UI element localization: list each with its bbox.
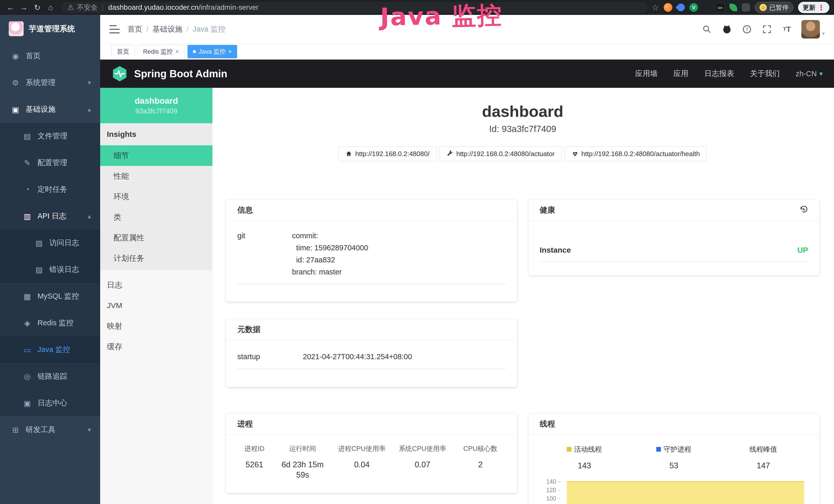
sidebar-item-label: 文件管理 <box>38 131 67 141</box>
sidebar-item-system-management[interactable]: ⚙ 系统管理 ▾ <box>0 69 100 96</box>
sba-item-environment[interactable]: 环境 <box>100 186 213 207</box>
sidebar-item-file-management[interactable]: ▤ 文件管理 <box>0 123 100 150</box>
sidebar-item-home[interactable]: ◉ 首页 <box>0 43 100 69</box>
threads-card: 线程 活动线程 守护进程 线程峰值 143 53 <box>528 413 819 504</box>
health-url-link[interactable]: http://192.168.0.2:48080/actuator/health <box>565 146 707 161</box>
extensions-puzzle-icon[interactable] <box>742 3 750 12</box>
legend-value: 53 <box>629 460 719 472</box>
close-icon[interactable]: × <box>228 48 232 55</box>
sidebar-item-redis-monitor[interactable]: ◈ Redis 监控 <box>0 310 100 336</box>
sba-item-logs[interactable]: 日志 <box>100 275 213 295</box>
security-label[interactable]: 不安全 <box>77 3 97 12</box>
breadcrumb-infrastructure[interactable]: 基础设施 <box>153 24 182 35</box>
sba-item-metrics[interactable]: 性能 <box>100 166 213 186</box>
page-title: dashboard <box>226 102 819 121</box>
actuator-url-link[interactable]: http://192.168.0.2:48080/actuator <box>439 146 562 161</box>
user-menu[interactable]: ▾ <box>802 20 825 39</box>
app-title: 芋道管理系统 <box>29 24 75 34</box>
chevron-up-icon: ▴ <box>88 212 91 220</box>
legend-item: 活动线程 <box>540 445 629 453</box>
bookmark-star-icon[interactable]: ☆ <box>652 3 659 12</box>
sba-nav-wallboard[interactable]: 应用墙 <box>635 69 658 79</box>
process-column-header: 进程ID <box>234 445 275 452</box>
tab-home[interactable]: 首页 <box>111 45 135 58</box>
app-header: 首页 / 基础设施 / Java 监控 ? <box>100 15 834 44</box>
extension-grid-icon[interactable] <box>703 3 711 12</box>
service-url-link[interactable]: http://192.168.0.2:48080/ <box>338 146 436 161</box>
sba-brand-title[interactable]: Spring Boot Admin <box>134 68 227 79</box>
sidebar-collapse-icon[interactable] <box>109 25 120 33</box>
service-url: http://192.168.0.2:48080/ <box>355 150 430 158</box>
sidebar-item-mysql-monitor[interactable]: ▦ MySQL 监控 <box>0 283 100 310</box>
sba-nav-applications[interactable]: 应用 <box>674 69 688 79</box>
sidebar-item-trace[interactable]: ◎ 链路追踪 <box>0 363 100 390</box>
back-icon[interactable]: ← <box>5 2 17 13</box>
table-row: Instance UP <box>540 246 808 261</box>
java-monitor-icon: ▭ <box>23 345 32 354</box>
extension-fox-icon[interactable] <box>664 3 673 12</box>
instance-header[interactable]: dashboard 93a3fc7f7409 <box>100 88 213 123</box>
extension-on-icon[interactable]: on <box>716 3 725 12</box>
chevron-down-icon: ▾ <box>88 426 91 433</box>
sidebar-item-java-monitor[interactable]: ▭ Java 监控 <box>0 336 100 363</box>
address-bar[interactable]: ⚠ 不安全 dashboard.yudao.iocoder.cn/infra/a… <box>61 2 647 13</box>
avatar[interactable] <box>802 20 820 39</box>
sidebar-item-config-management[interactable]: ✎ 配置管理 <box>0 150 100 176</box>
url-text[interactable]: dashboard.yudao.iocoder.cn/infra/admin-s… <box>108 3 258 12</box>
insights-section: Insights 细节 性能 环境 类 配置属性 计划任务 <box>100 123 213 270</box>
browser-home-icon[interactable]: ⌂ <box>45 2 57 13</box>
sba-item-details[interactable]: 细节 <box>100 145 213 166</box>
update-button[interactable]: 更新 ⋮ <box>798 2 829 13</box>
sba-nav-about[interactable]: 关于我们 <box>750 69 780 79</box>
tab-redis-monitor[interactable]: Redis 监控 × <box>138 45 184 58</box>
forward-icon[interactable]: → <box>18 2 30 13</box>
github-icon[interactable] <box>721 24 732 35</box>
app-logo-row[interactable]: 芋道管理系统 <box>0 15 100 43</box>
history-icon[interactable] <box>799 205 808 215</box>
sidebar-item-label: 系统管理 <box>26 77 56 88</box>
heartbeat-icon <box>572 151 578 157</box>
header-actions: ? TT ▾ <box>701 20 825 39</box>
sba-item-scheduled-tasks[interactable]: 计划任务 <box>100 248 213 269</box>
browser-menu-icon[interactable]: ⋮ <box>817 3 825 12</box>
update-label: 更新 <box>803 3 815 12</box>
sidebar-item-access-logs[interactable]: ▧ 访问日志 <box>0 230 100 256</box>
legend-value: 147 <box>719 460 808 472</box>
page-shell: 芋道管理系统 ◉ 首页 ⚙ 系统管理 ▾ ▣ 基础设施 ▴ ▤ <box>0 15 834 504</box>
search-icon[interactable] <box>701 24 712 35</box>
threads-legend: 活动线程 守护进程 线程峰值 143 53 147 <box>540 445 808 472</box>
extension-leaf-icon[interactable] <box>729 4 737 11</box>
sba-item-jvm[interactable]: JVM <box>100 295 213 316</box>
help-icon[interactable]: ? <box>741 24 752 35</box>
metadata-key: startup <box>237 351 303 363</box>
refresh-icon[interactable]: ↻ <box>31 2 43 13</box>
sidebar-item-infrastructure[interactable]: ▣ 基础设施 ▴ <box>0 96 100 123</box>
breadcrumb-home[interactable]: 首页 <box>127 24 142 35</box>
sidebar-item-log-center[interactable]: ▣ 日志中心 <box>0 390 100 416</box>
process-card: 进程 进程ID 运行时间 进程CPU使用率 系统CPU使用率 <box>226 413 517 493</box>
language-select[interactable]: zh-CN ▾ <box>796 70 823 78</box>
extension-drop-icon[interactable] <box>676 2 686 13</box>
extension-v-icon[interactable]: V <box>689 3 698 12</box>
sidebar-item-label: 首页 <box>26 51 41 61</box>
sba-item-classes[interactable]: 类 <box>100 207 213 228</box>
card-title: 进程 <box>237 419 253 429</box>
browser-nav-buttons: ← → ↻ ⌂ <box>5 2 57 13</box>
info-key: git <box>237 230 292 278</box>
paused-badge[interactable]: ☺ 已暂停 <box>755 2 793 13</box>
sidebar-item-dev-tools[interactable]: ⊞ 研发工具 ▾ <box>0 416 100 443</box>
redis-icon: ◈ <box>23 319 32 328</box>
close-icon[interactable]: × <box>175 48 179 55</box>
sba-item-caches[interactable]: 缓存 <box>100 336 213 357</box>
font-size-icon[interactable]: TT <box>781 24 793 35</box>
sidebar-item-api-logs[interactable]: ▥ API 日志 ▴ <box>0 203 100 230</box>
sba-item-config-props[interactable]: 配置属性 <box>100 228 213 248</box>
fullscreen-icon[interactable] <box>761 24 773 35</box>
instance-name: dashboard <box>135 96 178 106</box>
sba-nav-journal[interactable]: 日志报表 <box>704 69 734 79</box>
sba-item-mappings[interactable]: 映射 <box>100 316 213 336</box>
tab-java-monitor[interactable]: Java 监控 × <box>188 45 237 58</box>
svg-text:?: ? <box>746 26 748 32</box>
sidebar-item-scheduled-tasks[interactable]: ◔ 定时任务 <box>0 176 100 203</box>
sidebar-item-error-logs[interactable]: ▨ 错误日志 <box>0 256 100 283</box>
